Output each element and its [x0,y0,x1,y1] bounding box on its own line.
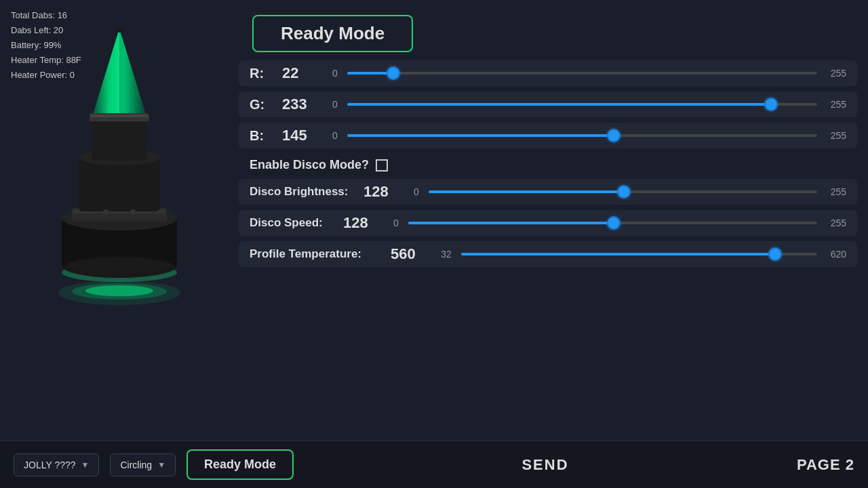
effect-dropdown[interactable]: Circling ▼ [110,453,176,476]
b-slider[interactable] [347,134,817,137]
r-min: 0 [328,68,342,79]
profile-temp-slider[interactable] [461,253,817,256]
disco-speed-label: Disco Speed: [250,216,338,230]
disco-speed-slider-container[interactable] [408,216,817,230]
svg-point-21 [66,258,172,274]
disco-speed-min: 0 [389,218,403,228]
g-value: 233 [282,96,323,113]
svg-point-15 [115,27,123,33]
svg-rect-11 [92,117,146,161]
r-max: 255 [823,68,846,79]
disco-speed-value: 128 [343,214,384,232]
g-max: 255 [823,99,846,110]
right-panel: Ready Mode R: 22 0 255 G: 233 0 255 B: 1… [239,8,857,432]
g-slider[interactable] [347,103,817,106]
disco-brightness-row: Disco Brightness: 128 0 255 [239,179,857,205]
svg-point-19 [130,209,136,215]
r-value: 22 [282,64,323,82]
disco-brightness-value: 128 [363,183,404,201]
g-label: G: [250,97,277,113]
device-dropdown-chevron: ▼ [81,460,90,470]
b-min: 0 [328,130,342,141]
r-slider[interactable] [347,72,817,75]
page2-button[interactable]: PAGE 2 [797,456,854,474]
disco-speed-slider[interactable] [408,222,817,224]
b-max: 255 [823,130,846,141]
total-dabs-stat: Total Dabs: 16 [11,8,81,23]
svg-point-18 [103,209,108,215]
ready-mode-badge: Ready Mode [252,15,413,52]
r-slider-container[interactable] [347,66,817,80]
disco-mode-checkbox[interactable] [376,159,388,171]
b-slider-container[interactable] [347,129,817,142]
disco-brightness-max: 255 [823,186,846,197]
bottom-bar: JOLLY ???? ▼ Circling ▼ Ready Mode SEND … [0,441,868,488]
r-slider-row: R: 22 0 255 [239,60,857,86]
effect-dropdown-label: Circling [120,460,152,470]
disco-brightness-slider-container[interactable] [429,185,817,199]
profile-temp-slider-container[interactable] [461,247,817,261]
disco-brightness-slider[interactable] [429,190,817,193]
svg-point-2 [85,285,153,296]
g-slider-container[interactable] [347,98,817,111]
device-image [31,22,208,313]
send-button[interactable]: SEND [304,456,786,474]
disco-speed-row: Disco Speed: 128 0 255 [239,210,857,236]
ready-mode-button[interactable]: Ready Mode [186,449,294,480]
disco-speed-max: 255 [823,218,846,228]
g-slider-row: G: 233 0 255 [239,92,857,117]
b-slider-row: B: 145 0 255 [239,123,857,148]
r-label: R: [250,66,277,81]
profile-temp-min: 32 [437,249,456,260]
disco-brightness-min: 0 [410,186,423,197]
profile-temp-row: Profile Temperature: 560 32 620 [239,241,857,267]
disco-mode-header: Enable Disco Mode? [239,154,857,176]
left-panel: Total Dabs: 16 Dabs Left: 20 Battery: 99… [11,8,228,432]
g-min: 0 [328,99,342,110]
profile-temp-max: 620 [823,249,846,260]
effect-dropdown-chevron: ▼ [157,460,165,470]
b-label: B: [250,128,277,144]
svg-marker-14 [119,28,146,117]
b-value: 145 [282,127,323,144]
svg-rect-17 [91,115,148,117]
profile-temp-value: 560 [391,245,431,263]
profile-temp-label: Profile Temperature: [250,247,385,261]
disco-mode-label: Enable Disco Mode? [250,158,369,172]
device-dropdown[interactable]: JOLLY ???? ▼ [14,453,99,476]
disco-brightness-label: Disco Brightness: [250,185,358,199]
device-dropdown-label: JOLLY ???? [24,460,76,470]
